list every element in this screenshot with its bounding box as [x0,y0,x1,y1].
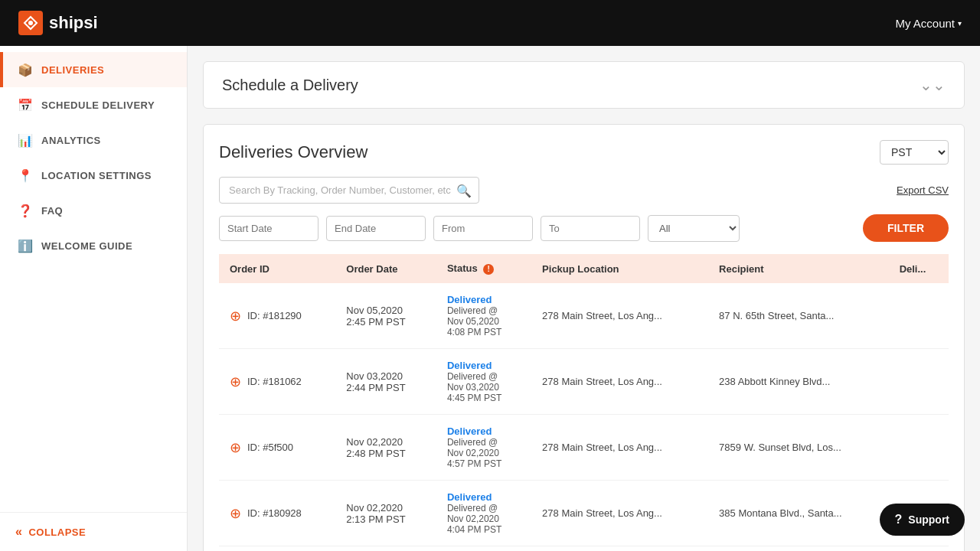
col-order-id: Order ID [219,254,335,283]
sidebar-item-faq[interactable]: ❓ FAQ [0,193,187,228]
overview-title: Deliveries Overview [219,142,368,162]
schedule-card-title: Schedule a Delivery [222,77,358,94]
cell-pickup-2: 278 Main Street, Los Ang... [531,415,708,481]
filter-button[interactable]: FILTER [863,214,949,242]
table-row: ⊕ ID: #180928 Nov 02,20202:13 PM PST Del… [219,481,949,546]
table-row: ⊕ ID: #180923 Nov 02,2020 cancelled 278 … [219,546,949,552]
faq-icon: ❓ [18,204,32,217]
table-row: ⊕ ID: #181062 Nov 03,20202:44 PM PST Del… [219,349,949,415]
table-row: ⊕ ID: #181290 Nov 05,20202:45 PM PST Del… [219,283,949,349]
table-row: ⊕ ID: #5f500 Nov 02,20202:48 PM PST Deli… [219,415,949,481]
support-icon: ? [895,513,903,527]
order-id-value: ID: #181062 [247,376,302,387]
to-input[interactable] [541,216,640,241]
status-label-2[interactable]: Delivered [447,425,492,437]
cell-order-id-1: ⊕ ID: #181062 [219,349,335,415]
sidebar-nav: 📦 Deliveries 📅 Schedule Delivery 📊 Analy… [0,46,187,512]
header: shipsi My Account ▾ [0,0,980,46]
info-icon: ℹ️ [18,239,32,253]
start-date-input[interactable] [219,216,318,241]
cell-order-date-4: Nov 02,2020 [335,546,436,552]
cell-order-date-2: Nov 02,20202:48 PM PST [335,415,436,481]
search-row: 🔍 Export CSV [219,177,949,204]
overview-header: Deliveries Overview PST EST CST MST [219,140,949,165]
schedule-card-header[interactable]: Schedule a Delivery ⌄⌄ [204,62,964,108]
cell-pickup-0: 278 Main Street, Los Ang... [531,283,708,349]
col-delivery: Deli... [889,254,949,283]
my-account-button[interactable]: My Account ▾ [895,17,962,30]
deliveries-icon: 📦 [18,63,32,77]
status-label-3[interactable]: Delivered [447,491,492,503]
cell-order-id-0: ⊕ ID: #181290 [219,283,335,349]
cell-order-id-2: ⊕ ID: #5f500 [219,415,335,481]
cell-status-3: Delivered Delivered @Nov 02,20204:04 PM … [436,481,531,546]
order-plus-icon: ⊕ [230,505,241,522]
schedule-card: Schedule a Delivery ⌄⌄ [203,61,965,109]
status-warning-icon: ! [483,264,494,275]
cell-order-id-4: ⊕ ID: #180923 [219,546,335,552]
logo: shipsi [18,11,98,35]
support-button[interactable]: ? Support [880,504,965,536]
cell-order-date-0: Nov 05,20202:45 PM PST [335,283,436,349]
chevron-down-icon: ⌄⌄ [920,76,946,94]
sidebar-item-analytics[interactable]: 📊 Analytics [0,122,187,158]
col-order-date: Order Date [335,254,436,283]
sidebar-item-schedule-delivery[interactable]: 📅 Schedule Delivery [0,87,187,122]
deliveries-overview: Deliveries Overview PST EST CST MST 🔍 Ex… [203,124,965,551]
location-icon: 📍 [18,168,32,182]
from-input[interactable] [433,216,533,241]
cell-status-2: Delivered Delivered @Nov 02,20204:57 PM … [436,415,531,481]
col-status: Status ! [436,254,531,283]
status-filter-select[interactable]: All Delivered Cancelled [648,215,740,242]
cell-recipient-0: 87 N. 65th Street, Santa... [708,283,889,349]
deliveries-table: Order ID Order Date Status ! Pickup Loca… [219,254,949,551]
order-id-value: ID: #180928 [247,507,302,519]
order-plus-icon: ⊕ [230,439,241,456]
cell-recipient-3: 385 Montana Blvd., Santa... [708,481,889,546]
cell-status-4: cancelled [436,546,531,552]
analytics-icon: 📊 [18,133,32,147]
cell-order-date-1: Nov 03,20202:44 PM PST [335,349,436,415]
end-date-input[interactable] [326,216,426,241]
export-csv-button[interactable]: Export CSV [897,184,949,196]
cell-delivery-4 [889,546,949,552]
cell-delivery-2 [889,415,949,481]
cell-order-date-3: Nov 02,20202:13 PM PST [335,481,436,546]
collapse-arrows-icon: « [15,525,22,539]
deliveries-table-wrap: Order ID Order Date Status ! Pickup Loca… [219,254,949,551]
sidebar-item-location-settings[interactable]: 📍 Location Settings [0,158,187,193]
cell-status-1: Delivered Delivered @Nov 03,20204:45 PM … [436,349,531,415]
cell-status-0: Delivered Delivered @Nov 05,20204:08 PM … [436,283,531,349]
cell-pickup-3: 278 Main Street, Los Ang... [531,481,708,546]
cell-recipient-2: 7859 W. Sunset Blvd, Los... [708,415,889,481]
order-id-value: ID: #5f500 [247,442,293,453]
cell-delivery-0 [889,283,949,349]
cell-recipient-4: 1647 Genesee St., Los... [708,546,889,552]
search-input[interactable] [219,177,479,204]
status-label-0[interactable]: Delivered [447,294,492,305]
search-icon: 🔍 [456,183,472,197]
cell-delivery-1 [889,349,949,415]
cell-pickup-4: 278 Main Street, Los Ang... [531,546,708,552]
order-plus-icon: ⊕ [230,373,241,390]
schedule-icon: 📅 [18,98,32,112]
cell-pickup-1: 278 Main Street, Los Ang... [531,349,708,415]
collapse-button[interactable]: « Collapse [0,512,187,551]
order-id-value: ID: #181290 [247,310,302,321]
order-plus-icon: ⊕ [230,308,241,324]
search-box: 🔍 [219,177,479,204]
sidebar-item-welcome-guide[interactable]: ℹ️ Welcome Guide [0,228,187,263]
col-recipient: Recipient [708,254,889,283]
logo-icon [18,11,43,35]
cell-recipient-1: 238 Abbott Kinney Blvd... [708,349,889,415]
cell-order-id-3: ⊕ ID: #180928 [219,481,335,546]
sidebar: 📦 Deliveries 📅 Schedule Delivery 📊 Analy… [0,46,188,551]
col-pickup-location: Pickup Location [531,254,708,283]
filter-row: All Delivered Cancelled FILTER [219,214,949,242]
table-header-row: Order ID Order Date Status ! Pickup Loca… [219,254,949,283]
main-layout: 📦 Deliveries 📅 Schedule Delivery 📊 Analy… [0,46,980,551]
account-caret-icon: ▾ [958,19,962,28]
timezone-select[interactable]: PST EST CST MST [880,140,949,165]
sidebar-item-deliveries[interactable]: 📦 Deliveries [0,52,187,87]
status-label-1[interactable]: Delivered [447,360,492,371]
